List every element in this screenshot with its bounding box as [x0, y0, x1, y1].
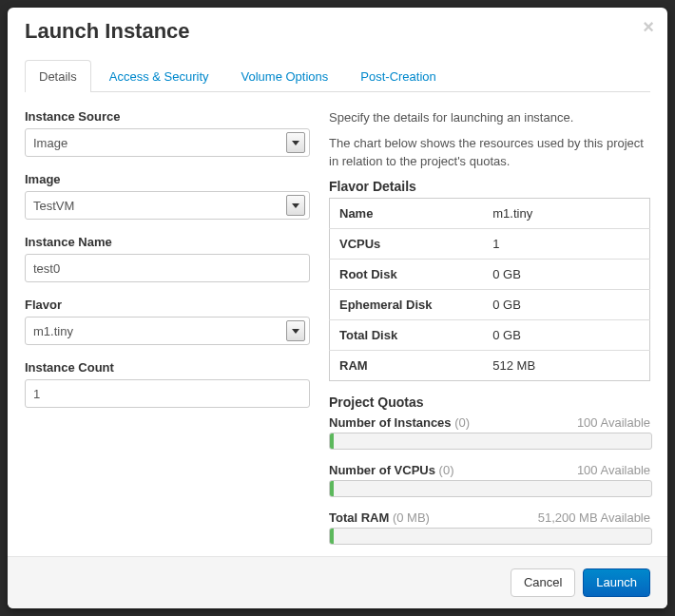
tab-details[interactable]: Details: [25, 60, 91, 92]
flavor-details-title: Flavor Details: [329, 179, 650, 194]
quota-instances: Number of Instances (0) 100 Available: [329, 415, 650, 450]
select-instance-source[interactable]: Image: [25, 128, 310, 157]
input-instance-count[interactable]: [25, 379, 310, 408]
launch-instance-modal: Launch Instance × Details Access & Secur…: [8, 8, 667, 608]
select-flavor[interactable]: m1.tiny: [25, 317, 310, 345]
tab-access-security[interactable]: Access & Security: [95, 60, 223, 92]
field-image: Image TestVM: [25, 172, 310, 220]
field-instance-count: Instance Count: [25, 360, 310, 408]
cancel-button[interactable]: Cancel: [511, 568, 575, 597]
form-column: Instance Source Image Image TestVM Insta…: [25, 109, 310, 539]
chevron-down-icon: [286, 132, 305, 153]
chevron-down-icon: [286, 195, 305, 216]
info-line-1: Specify the details for launching an ins…: [329, 109, 650, 127]
label-instance-name: Instance Name: [25, 235, 310, 249]
label-instance-source: Instance Source: [25, 109, 310, 124]
field-flavor: Flavor m1.tiny: [25, 298, 310, 345]
label-image: Image: [25, 172, 310, 186]
modal-title: Launch Instance: [25, 19, 650, 44]
quota-vcpus-bar: [329, 480, 652, 497]
select-image-value: TestVM: [33, 199, 74, 213]
tab-volume-options[interactable]: Volume Options: [227, 60, 343, 92]
flavor-details-table: Namem1.tiny VCPUs1 Root Disk0 GB Ephemer…: [329, 198, 650, 381]
label-instance-count: Instance Count: [25, 360, 310, 375]
field-instance-name: Instance Name: [25, 235, 310, 282]
quota-instances-bar: [329, 433, 652, 450]
chevron-down-icon: [286, 320, 305, 341]
table-row: RAM512 MB: [330, 350, 650, 380]
table-row: Ephemeral Disk0 GB: [330, 289, 650, 319]
modal-header: Launch Instance ×: [8, 8, 667, 53]
table-row: VCPUs1: [330, 228, 650, 259]
select-image[interactable]: TestVM: [25, 191, 310, 220]
input-instance-name[interactable]: [25, 254, 310, 282]
select-instance-source-value: Image: [33, 136, 68, 150]
table-row: Total Disk0 GB: [330, 319, 650, 350]
select-flavor-value: m1.tiny: [33, 324, 73, 338]
field-instance-source: Instance Source Image: [25, 109, 310, 157]
tab-bar: Details Access & Security Volume Options…: [25, 53, 650, 92]
tab-post-creation[interactable]: Post-Creation: [346, 60, 450, 92]
table-row: Root Disk0 GB: [330, 259, 650, 289]
modal-body: Instance Source Image Image TestVM Insta…: [8, 92, 667, 556]
info-line-2: The chart below shows the resources used…: [329, 135, 650, 171]
table-row: Namem1.tiny: [330, 198, 650, 228]
quota-vcpus: Number of VCPUs (0) 100 Available: [329, 463, 650, 497]
label-flavor: Flavor: [25, 298, 310, 312]
modal-footer: Cancel Launch: [8, 556, 667, 608]
info-column: Specify the details for launching an ins…: [329, 109, 650, 539]
project-quotas-title: Project Quotas: [329, 395, 650, 410]
quota-ram-bar: [329, 528, 652, 545]
quota-ram: Total RAM (0 MB) 51,200 MB Available: [329, 510, 650, 545]
close-icon[interactable]: ×: [643, 17, 654, 36]
launch-button[interactable]: Launch: [583, 568, 650, 597]
